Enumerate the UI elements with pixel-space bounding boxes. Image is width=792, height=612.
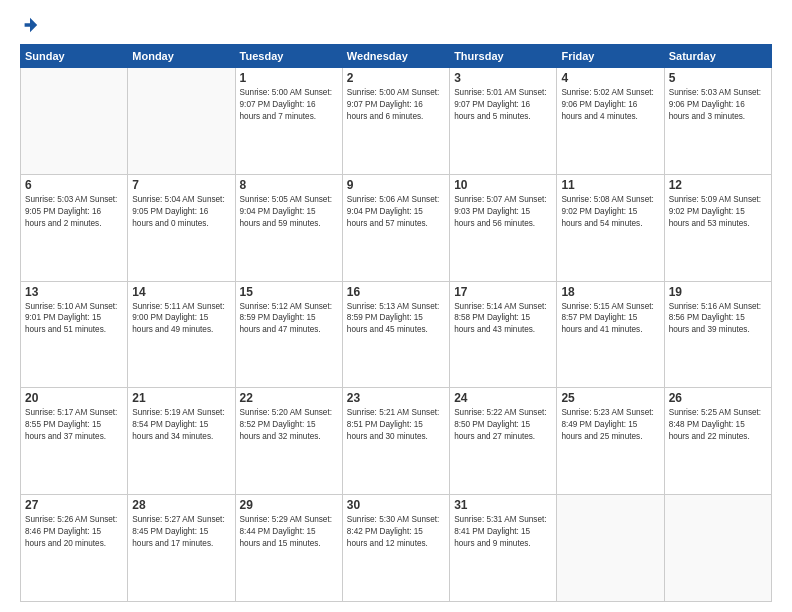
calendar-cell: 12Sunrise: 5:09 AM Sunset: 9:02 PM Dayli… (664, 174, 771, 281)
logo (20, 16, 41, 34)
day-number: 2 (347, 71, 445, 85)
cell-daylight-info: Sunrise: 5:04 AM Sunset: 9:05 PM Dayligh… (132, 194, 230, 230)
calendar-cell: 27Sunrise: 5:26 AM Sunset: 8:46 PM Dayli… (21, 495, 128, 602)
calendar-cell: 6Sunrise: 5:03 AM Sunset: 9:05 PM Daylig… (21, 174, 128, 281)
day-number: 5 (669, 71, 767, 85)
calendar-cell: 16Sunrise: 5:13 AM Sunset: 8:59 PM Dayli… (342, 281, 449, 388)
day-number: 31 (454, 498, 552, 512)
cell-daylight-info: Sunrise: 5:22 AM Sunset: 8:50 PM Dayligh… (454, 407, 552, 443)
calendar-cell: 7Sunrise: 5:04 AM Sunset: 9:05 PM Daylig… (128, 174, 235, 281)
day-number: 13 (25, 285, 123, 299)
cell-daylight-info: Sunrise: 5:12 AM Sunset: 8:59 PM Dayligh… (240, 301, 338, 337)
weekday-header: Sunday (21, 45, 128, 68)
day-number: 10 (454, 178, 552, 192)
cell-daylight-info: Sunrise: 5:25 AM Sunset: 8:48 PM Dayligh… (669, 407, 767, 443)
svg-marker-0 (25, 18, 38, 32)
cell-daylight-info: Sunrise: 5:14 AM Sunset: 8:58 PM Dayligh… (454, 301, 552, 337)
cell-daylight-info: Sunrise: 5:27 AM Sunset: 8:45 PM Dayligh… (132, 514, 230, 550)
calendar-cell: 24Sunrise: 5:22 AM Sunset: 8:50 PM Dayli… (450, 388, 557, 495)
day-number: 26 (669, 391, 767, 405)
day-number: 1 (240, 71, 338, 85)
cell-daylight-info: Sunrise: 5:21 AM Sunset: 8:51 PM Dayligh… (347, 407, 445, 443)
cell-daylight-info: Sunrise: 5:00 AM Sunset: 9:07 PM Dayligh… (347, 87, 445, 123)
day-number: 21 (132, 391, 230, 405)
day-number: 16 (347, 285, 445, 299)
day-number: 17 (454, 285, 552, 299)
cell-daylight-info: Sunrise: 5:03 AM Sunset: 9:05 PM Dayligh… (25, 194, 123, 230)
weekday-header: Tuesday (235, 45, 342, 68)
calendar-week-row: 27Sunrise: 5:26 AM Sunset: 8:46 PM Dayli… (21, 495, 772, 602)
day-number: 18 (561, 285, 659, 299)
calendar-cell: 2Sunrise: 5:00 AM Sunset: 9:07 PM Daylig… (342, 68, 449, 175)
day-number: 9 (347, 178, 445, 192)
calendar-cell: 8Sunrise: 5:05 AM Sunset: 9:04 PM Daylig… (235, 174, 342, 281)
cell-daylight-info: Sunrise: 5:31 AM Sunset: 8:41 PM Dayligh… (454, 514, 552, 550)
weekday-header: Saturday (664, 45, 771, 68)
cell-daylight-info: Sunrise: 5:13 AM Sunset: 8:59 PM Dayligh… (347, 301, 445, 337)
cell-daylight-info: Sunrise: 5:03 AM Sunset: 9:06 PM Dayligh… (669, 87, 767, 123)
calendar-cell: 22Sunrise: 5:20 AM Sunset: 8:52 PM Dayli… (235, 388, 342, 495)
cell-daylight-info: Sunrise: 5:15 AM Sunset: 8:57 PM Dayligh… (561, 301, 659, 337)
calendar-week-row: 13Sunrise: 5:10 AM Sunset: 9:01 PM Dayli… (21, 281, 772, 388)
calendar-cell: 10Sunrise: 5:07 AM Sunset: 9:03 PM Dayli… (450, 174, 557, 281)
day-number: 12 (669, 178, 767, 192)
calendar-cell: 14Sunrise: 5:11 AM Sunset: 9:00 PM Dayli… (128, 281, 235, 388)
cell-daylight-info: Sunrise: 5:01 AM Sunset: 9:07 PM Dayligh… (454, 87, 552, 123)
calendar-header-row: SundayMondayTuesdayWednesdayThursdayFrid… (21, 45, 772, 68)
day-number: 25 (561, 391, 659, 405)
day-number: 28 (132, 498, 230, 512)
cell-daylight-info: Sunrise: 5:16 AM Sunset: 8:56 PM Dayligh… (669, 301, 767, 337)
day-number: 3 (454, 71, 552, 85)
calendar-cell: 4Sunrise: 5:02 AM Sunset: 9:06 PM Daylig… (557, 68, 664, 175)
day-number: 24 (454, 391, 552, 405)
cell-daylight-info: Sunrise: 5:23 AM Sunset: 8:49 PM Dayligh… (561, 407, 659, 443)
weekday-header: Monday (128, 45, 235, 68)
page: SundayMondayTuesdayWednesdayThursdayFrid… (0, 0, 792, 612)
cell-daylight-info: Sunrise: 5:09 AM Sunset: 9:02 PM Dayligh… (669, 194, 767, 230)
cell-daylight-info: Sunrise: 5:06 AM Sunset: 9:04 PM Dayligh… (347, 194, 445, 230)
cell-daylight-info: Sunrise: 5:10 AM Sunset: 9:01 PM Dayligh… (25, 301, 123, 337)
cell-daylight-info: Sunrise: 5:30 AM Sunset: 8:42 PM Dayligh… (347, 514, 445, 550)
calendar-week-row: 20Sunrise: 5:17 AM Sunset: 8:55 PM Dayli… (21, 388, 772, 495)
calendar-cell: 5Sunrise: 5:03 AM Sunset: 9:06 PM Daylig… (664, 68, 771, 175)
calendar-cell: 30Sunrise: 5:30 AM Sunset: 8:42 PM Dayli… (342, 495, 449, 602)
calendar-cell: 21Sunrise: 5:19 AM Sunset: 8:54 PM Dayli… (128, 388, 235, 495)
calendar-cell: 18Sunrise: 5:15 AM Sunset: 8:57 PM Dayli… (557, 281, 664, 388)
day-number: 29 (240, 498, 338, 512)
calendar-cell: 26Sunrise: 5:25 AM Sunset: 8:48 PM Dayli… (664, 388, 771, 495)
day-number: 20 (25, 391, 123, 405)
calendar-cell (664, 495, 771, 602)
logo-icon (21, 16, 39, 34)
cell-daylight-info: Sunrise: 5:11 AM Sunset: 9:00 PM Dayligh… (132, 301, 230, 337)
day-number: 15 (240, 285, 338, 299)
cell-daylight-info: Sunrise: 5:00 AM Sunset: 9:07 PM Dayligh… (240, 87, 338, 123)
calendar-cell: 1Sunrise: 5:00 AM Sunset: 9:07 PM Daylig… (235, 68, 342, 175)
calendar-cell: 3Sunrise: 5:01 AM Sunset: 9:07 PM Daylig… (450, 68, 557, 175)
calendar-cell: 11Sunrise: 5:08 AM Sunset: 9:02 PM Dayli… (557, 174, 664, 281)
calendar-cell: 19Sunrise: 5:16 AM Sunset: 8:56 PM Dayli… (664, 281, 771, 388)
cell-daylight-info: Sunrise: 5:20 AM Sunset: 8:52 PM Dayligh… (240, 407, 338, 443)
calendar-week-row: 1Sunrise: 5:00 AM Sunset: 9:07 PM Daylig… (21, 68, 772, 175)
day-number: 27 (25, 498, 123, 512)
calendar-cell: 28Sunrise: 5:27 AM Sunset: 8:45 PM Dayli… (128, 495, 235, 602)
calendar-cell: 15Sunrise: 5:12 AM Sunset: 8:59 PM Dayli… (235, 281, 342, 388)
calendar-week-row: 6Sunrise: 5:03 AM Sunset: 9:05 PM Daylig… (21, 174, 772, 281)
calendar-cell: 17Sunrise: 5:14 AM Sunset: 8:58 PM Dayli… (450, 281, 557, 388)
cell-daylight-info: Sunrise: 5:29 AM Sunset: 8:44 PM Dayligh… (240, 514, 338, 550)
calendar-cell: 25Sunrise: 5:23 AM Sunset: 8:49 PM Dayli… (557, 388, 664, 495)
day-number: 4 (561, 71, 659, 85)
cell-daylight-info: Sunrise: 5:02 AM Sunset: 9:06 PM Dayligh… (561, 87, 659, 123)
cell-daylight-info: Sunrise: 5:07 AM Sunset: 9:03 PM Dayligh… (454, 194, 552, 230)
calendar-cell: 29Sunrise: 5:29 AM Sunset: 8:44 PM Dayli… (235, 495, 342, 602)
calendar-cell: 13Sunrise: 5:10 AM Sunset: 9:01 PM Dayli… (21, 281, 128, 388)
day-number: 22 (240, 391, 338, 405)
cell-daylight-info: Sunrise: 5:19 AM Sunset: 8:54 PM Dayligh… (132, 407, 230, 443)
cell-daylight-info: Sunrise: 5:05 AM Sunset: 9:04 PM Dayligh… (240, 194, 338, 230)
weekday-header: Thursday (450, 45, 557, 68)
day-number: 6 (25, 178, 123, 192)
day-number: 23 (347, 391, 445, 405)
calendar-cell (21, 68, 128, 175)
day-number: 11 (561, 178, 659, 192)
day-number: 19 (669, 285, 767, 299)
calendar-cell (128, 68, 235, 175)
